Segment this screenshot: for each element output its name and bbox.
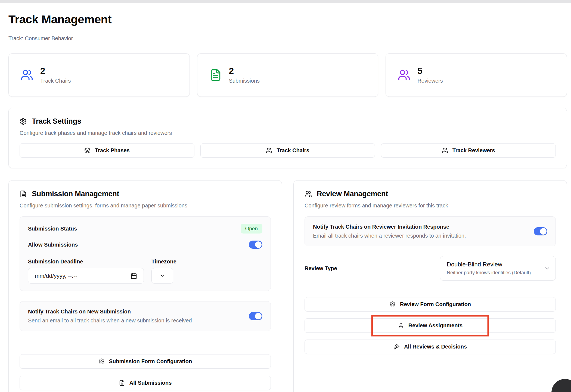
timezone-select[interactable] [151,268,173,284]
track-reviewers-button[interactable]: Track Reviewers [381,143,556,158]
review-management-title: Review Management [317,190,388,198]
gear-icon [389,301,396,307]
button-label: All Reviews & Decisions [404,344,467,350]
submission-deadline-label: Submission Deadline [28,259,144,265]
notify-invitation-description: Email all track chairs when a reviewer r… [313,233,466,239]
users-icon [442,147,448,154]
chevron-down-icon [159,273,166,279]
review-assignments-wrap: Review Assignments [305,318,556,333]
stat-text: 2 Track Chairs [40,66,71,84]
deadline-timezone-row: Submission Deadline mm/dd/yyyy, --:-- Ti… [28,259,262,284]
users-icon [305,190,312,198]
notify-text: Notify Track Chairs on New Submission Se… [28,309,192,324]
toggle-knob [255,313,262,319]
allow-submissions-label: Allow Submissions [28,242,78,248]
notify-invitation-box: Notify Track Chairs on Reviewer Invitati… [305,216,556,246]
button-label: Review Assignments [408,322,463,329]
track-settings-card: Track Settings Configure track phases an… [8,108,567,168]
review-type-value: Double-Blind Review [447,261,540,268]
notify-new-submission-toggle[interactable] [249,312,262,320]
track-chairs-button[interactable]: Track Chairs [200,143,375,158]
toggle-knob [255,241,262,248]
allow-submissions-toggle[interactable] [249,241,262,249]
gavel-icon [393,344,400,350]
page-title: Track Management [8,13,567,26]
review-management-panel: Review Management Configure review forms… [293,180,567,392]
users-icon [266,147,272,154]
submission-management-title: Submission Management [32,190,119,198]
submission-management-description: Configure submission settings, forms and… [20,203,271,209]
notify-new-submission-description: Send an email to all track chairs when a… [28,318,192,324]
stat-card-reviewers: 5 Reviewers [386,53,567,97]
divider [305,291,556,291]
submission-form-configuration-button[interactable]: Submission Form Configuration [20,354,271,369]
file-text-icon [209,69,222,81]
stat-text: 5 Reviewers [417,66,443,84]
review-buttons: Review Form Configuration Review Assignm… [305,297,556,354]
notify-text: Notify Track Chairs on Reviewer Invitati… [313,224,466,239]
layers-icon [84,147,91,154]
track-settings-buttons: Track Phases Track Chairs Track Reviewer… [20,143,556,158]
review-type-hint: Neither party knows identities (Default) [447,270,540,276]
submission-settings-box: Submission Status Open Allow Submissions… [20,216,271,291]
timezone-field: Timezone [151,259,176,284]
management-panels: Submission Management Configure submissi… [8,180,567,392]
file-text-icon [119,380,125,386]
submission-deadline-input[interactable]: mm/dd/yyyy, --:-- [28,268,144,284]
track-settings-description: Configure track phases and manage track … [20,130,556,136]
stat-label: Submissions [229,78,260,84]
track-settings-title: Track Settings [32,117,81,126]
review-management-header: Review Management [305,190,556,198]
track-subtitle: Track: Consumer Behavior [8,35,567,42]
status-badge: Open [241,224,262,234]
users-icon [21,69,33,81]
button-label: Review Form Configuration [400,301,471,307]
stats-row: 2 Track Chairs 2 Submissions 5 Reviewers [8,53,567,97]
button-label: All Submissions [129,380,172,386]
stat-label: Track Chairs [40,78,71,84]
chevron-down-icon [544,265,551,272]
submission-status-label: Submission Status [28,226,77,232]
stat-value: 2 [40,66,71,76]
gear-icon [98,358,105,365]
submission-management-panel: Submission Management Configure submissi… [8,180,282,392]
notify-invitation-toggle[interactable] [534,227,547,235]
button-label: Track Reviewers [452,147,495,154]
review-type-dropdown[interactable]: Double-Blind Review Neither party knows … [440,256,556,281]
submission-management-header: Submission Management [20,190,271,198]
stat-card-submissions: 2 Submissions [197,53,378,97]
track-phases-button[interactable]: Track Phases [20,143,194,158]
page: Track Management Track: Consumer Behavio… [0,13,571,392]
stat-card-track-chairs: 2 Track Chairs [8,53,190,97]
deadline-placeholder: mm/dd/yyyy, --:-- [35,273,77,279]
submission-status-row: Submission Status Open [28,224,262,234]
stat-value: 2 [229,66,260,76]
user-icon [398,322,404,329]
review-type-label: Review Type [305,265,337,272]
button-label: Track Chairs [277,147,309,154]
button-label: Track Phases [95,147,130,154]
users-icon [398,69,410,81]
notify-invitation-title: Notify Track Chairs on Reviewer Invitati… [313,224,466,230]
toggle-knob [540,228,547,235]
timezone-label: Timezone [151,259,176,265]
button-label: Submission Form Configuration [109,358,192,365]
stat-value: 5 [417,66,443,76]
review-management-description: Configure review forms and manage review… [305,203,556,209]
review-type-row: Review Type Double-Blind Review Neither … [305,256,556,281]
top-window-strip [0,0,571,3]
stat-text: 2 Submissions [229,66,260,84]
notify-new-submission-title: Notify Track Chairs on New Submission [28,309,192,315]
notify-new-submission-box: Notify Track Chairs on New Submission Se… [20,301,271,331]
all-reviews-decisions-button[interactable]: All Reviews & Decisions [305,340,556,354]
stat-label: Reviewers [417,78,443,84]
review-assignments-button[interactable]: Review Assignments [305,318,556,333]
track-settings-header: Track Settings [20,117,556,126]
review-form-configuration-button[interactable]: Review Form Configuration [305,297,556,312]
divider [20,341,271,341]
submission-buttons: Submission Form Configuration All Submis… [20,354,271,390]
all-submissions-button[interactable]: All Submissions [20,376,271,390]
gear-icon [20,118,27,125]
file-text-icon [20,190,27,198]
calendar-icon[interactable] [131,273,137,279]
